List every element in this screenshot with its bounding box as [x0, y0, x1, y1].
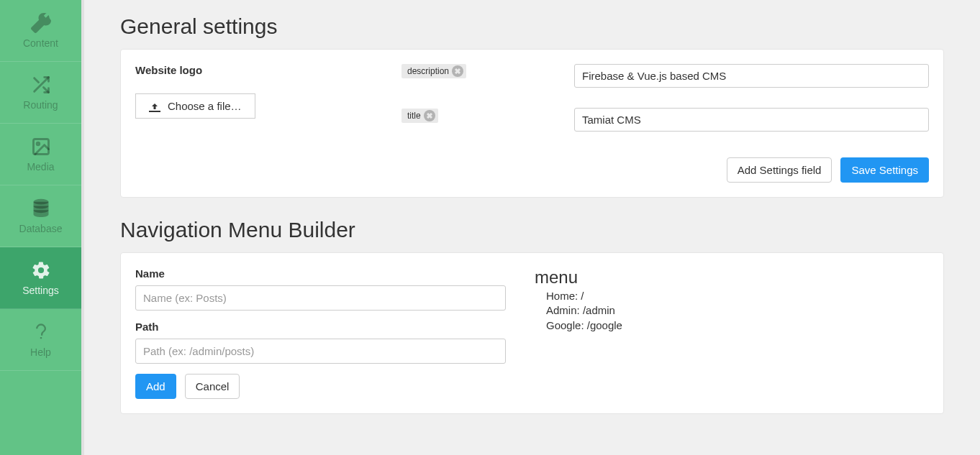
sidebar-item-settings[interactable]: Settings [0, 247, 81, 309]
nav-builder-heading: Navigation Menu Builder [120, 218, 944, 242]
gear-icon [31, 260, 51, 280]
sidebar-item-routing[interactable]: Routing [0, 62, 81, 124]
general-settings-heading: General settings [120, 14, 944, 39]
choose-file-button[interactable]: Choose a file… [135, 93, 255, 119]
website-logo-label: Website logo [135, 64, 401, 76]
path-label: Path [135, 321, 506, 333]
add-settings-field-button[interactable]: Add Settings field [727, 157, 832, 183]
question-icon [31, 322, 51, 342]
name-label: Name [135, 267, 506, 280]
tag-title-close[interactable] [424, 110, 435, 121]
tag-label: title [407, 111, 421, 121]
image-icon [31, 137, 51, 157]
sidebar-item-label: Routing [23, 99, 58, 111]
sidebar-item-database[interactable]: Database [0, 185, 81, 247]
tag-label: description [407, 66, 449, 76]
name-input[interactable] [135, 285, 506, 311]
sidebar-item-label: Database [19, 223, 63, 234]
sidebar-item-label: Help [30, 346, 51, 358]
sidebar-item-media[interactable]: Media [0, 124, 81, 185]
title-field[interactable] [574, 108, 929, 132]
svg-point-4 [37, 142, 40, 145]
wrench-icon [31, 13, 51, 33]
path-input[interactable] [135, 339, 506, 364]
sidebar-item-label: Media [27, 161, 54, 173]
save-settings-button[interactable]: Save Settings [840, 157, 929, 183]
choose-file-label: Choose a file… [168, 100, 242, 112]
menu-item: Google: /google [546, 318, 929, 333]
description-field[interactable] [574, 64, 929, 88]
menu-item: Admin: /admin [546, 303, 929, 318]
sidebar: Content Routing Media Database Settings [0, 0, 81, 455]
tag-description: description [401, 64, 466, 78]
menu-title: menu [535, 267, 929, 288]
cancel-button[interactable]: Cancel [185, 374, 240, 399]
sidebar-item-help[interactable]: Help [0, 309, 81, 371]
database-icon [31, 198, 51, 219]
sidebar-item-label: Settings [22, 285, 59, 296]
menu-list: Home: / Admin: /admin Google: /google [546, 289, 929, 333]
sidebar-item-content[interactable]: Content [0, 0, 81, 62]
svg-line-2 [34, 78, 38, 82]
menu-item: Home: / [546, 289, 929, 303]
upload-icon [149, 102, 160, 111]
main-content: General settings Website logo Choose a f… [84, 0, 980, 455]
nav-builder-panel: Name Path Add Cancel menu Home: / Admin:… [120, 252, 944, 414]
tag-title: title [401, 109, 438, 123]
general-settings-panel: Website logo Choose a file… description [120, 49, 944, 198]
shuffle-icon [31, 75, 51, 95]
sidebar-item-label: Content [23, 37, 58, 49]
add-button[interactable]: Add [135, 374, 176, 399]
tag-description-close[interactable] [452, 65, 463, 77]
